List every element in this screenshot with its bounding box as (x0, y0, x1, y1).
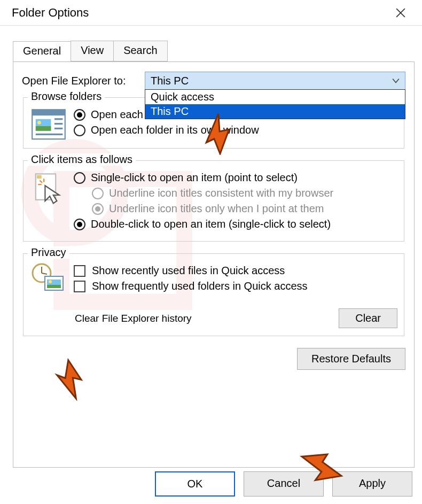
dialog-buttons: OK Cancel Apply (155, 471, 412, 497)
check-frequent-folders[interactable]: Show frequently used folders in Quick ac… (74, 280, 397, 292)
close-icon (396, 8, 405, 18)
apply-button[interactable]: Apply (332, 471, 412, 497)
cancel-button[interactable]: Cancel (244, 471, 324, 497)
privacy-group: Privacy Show recently used files in Quic… (23, 253, 404, 336)
chevron-down-icon (392, 75, 400, 87)
radio-icon (74, 125, 85, 136)
svg-rect-3 (32, 110, 65, 115)
radio-icon (92, 188, 104, 199)
combo-option-this-pc[interactable]: This PC (145, 104, 405, 119)
cursor-click-icon (31, 172, 66, 204)
clear-button[interactable]: Clear (339, 308, 397, 328)
radio-own-window[interactable]: Open each folder in its own window (74, 124, 397, 136)
radio-underline-point-label: Underline icon titles only when I point … (109, 203, 324, 215)
open-explorer-row: Open File Explorer to: This PC Quick acc… (22, 72, 405, 90)
browse-folders-legend: Browse folders (28, 90, 105, 103)
open-explorer-label: Open File Explorer to: (22, 75, 145, 87)
tab-search[interactable]: Search (113, 41, 167, 61)
check-recent-files[interactable]: Show recently used files in Quick access (74, 265, 397, 277)
tab-page-general: Open File Explorer to: This PC Quick acc… (13, 61, 415, 468)
radio-own-window-label: Open each folder in its own window (91, 124, 259, 136)
radio-underline-point: Underline icon titles only when I point … (92, 203, 397, 215)
svg-rect-20 (47, 285, 61, 288)
radio-icon (74, 172, 85, 184)
svg-point-6 (37, 121, 41, 125)
svg-point-21 (49, 280, 52, 283)
privacy-legend: Privacy (28, 246, 69, 259)
titlebar: Folder Options (0, 0, 422, 26)
window-title: Folder Options (12, 6, 89, 20)
radio-double-click[interactable]: Double-click to open an item (single-cli… (74, 218, 397, 230)
tab-general[interactable]: General (13, 41, 71, 62)
radio-icon (92, 203, 104, 215)
radio-double-click-label: Double-click to open an item (single-cli… (91, 218, 331, 230)
radio-single-click[interactable]: Single-click to open an item (point to s… (74, 172, 397, 184)
restore-defaults-button[interactable]: Restore Defaults (297, 348, 405, 370)
check-frequent-folders-label: Show frequently used folders in Quick ac… (92, 280, 308, 292)
open-explorer-selected: This PC (151, 75, 189, 87)
combo-option-quick-access[interactable]: Quick access (145, 90, 405, 104)
tab-view[interactable]: View (71, 41, 114, 61)
history-icon (31, 262, 66, 298)
checkbox-icon (74, 281, 85, 292)
open-explorer-dropdown: Quick access This PC (145, 89, 405, 119)
clear-history-label: Clear File Explorer history (75, 313, 192, 324)
radio-underline-browser-label: Underline icon titles consistent with my… (109, 187, 333, 199)
checkbox-icon (74, 265, 85, 277)
radio-single-click-label: Single-click to open an item (point to s… (91, 172, 298, 184)
check-recent-files-label: Show recently used files in Quick access (92, 265, 285, 277)
close-button[interactable] (389, 1, 412, 25)
radio-icon (74, 219, 85, 230)
tab-strip: General View Search (13, 41, 422, 61)
ok-button[interactable]: OK (155, 471, 235, 497)
click-items-legend: Click items as follows (28, 153, 136, 166)
folder-window-icon (31, 108, 66, 141)
open-explorer-combo[interactable]: This PC (145, 72, 405, 90)
radio-underline-browser: Underline icon titles consistent with my… (92, 187, 397, 199)
click-items-group: Click items as follows Single-cl (23, 160, 404, 242)
radio-icon (74, 109, 85, 121)
svg-rect-5 (36, 126, 51, 131)
